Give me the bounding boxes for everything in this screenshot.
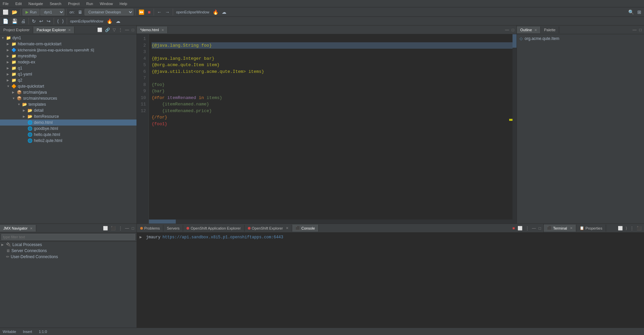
- fire-btn[interactable]: 🔥: [105, 18, 114, 25]
- menu-run[interactable]: Run: [85, 1, 94, 6]
- explorer-menu-btn[interactable]: ⋮: [117, 27, 123, 33]
- tree-item-q1[interactable]: ▶ 📁 q1: [0, 65, 137, 71]
- maximize-view-btn[interactable]: □: [131, 27, 135, 33]
- tree-item-q2[interactable]: ▶ 📁 q2: [0, 77, 137, 83]
- save-btn[interactable]: 💾: [10, 18, 19, 25]
- menu-project[interactable]: Project: [67, 1, 81, 6]
- tab-problems[interactable]: Problems: [137, 225, 163, 232]
- tab-console[interactable]: ⬛ Console: [292, 225, 319, 232]
- editor-hscrollbar[interactable]: [149, 220, 517, 224]
- tree-item-qute[interactable]: ▼ 🔶 qute-quickstart: [0, 83, 137, 89]
- tree-item-src-java[interactable]: ▶ 📦 src/main/java: [0, 89, 137, 95]
- tab-outline[interactable]: Outline ✕: [517, 27, 541, 33]
- stop-btn[interactable]: ■: [146, 9, 152, 15]
- link-editor-btn[interactable]: 🔗: [104, 27, 111, 33]
- menu-file[interactable]: File: [1, 1, 10, 6]
- tree-item-demo-html[interactable]: 🌐 demo.html: [0, 119, 137, 126]
- tab-demo-html[interactable]: *demo.html ✕: [137, 27, 168, 33]
- nav-fwd-btn[interactable]: ⟩: [61, 18, 65, 25]
- search-btn[interactable]: 🔍: [627, 9, 635, 15]
- eclipse-window-btn[interactable]: openEclipseWindow: [69, 18, 105, 24]
- filter-btn[interactable]: ▽: [112, 27, 117, 33]
- jmx-local-processes[interactable]: ▶ 🔌 Local Processes: [0, 242, 137, 248]
- tab-demo-html-close[interactable]: ✕: [161, 28, 164, 32]
- jmx-server-connections[interactable]: 🖥 Server Connections: [0, 248, 137, 254]
- tab-openshift-explorer[interactable]: OpenShift Explorer ✕: [245, 225, 292, 232]
- jmx-user-connections[interactable]: ✏ User-Defined Connections: [0, 254, 137, 260]
- jmx-maximize[interactable]: □: [131, 226, 135, 231]
- menu-navigate[interactable]: Navigate: [27, 1, 44, 6]
- tab-terminal[interactable]: ⬛ Terminal ✕: [544, 225, 576, 232]
- editor-scrollbar[interactable]: [513, 34, 517, 224]
- refresh-btn[interactable]: ↻: [31, 18, 37, 25]
- tree-item-hello-qute[interactable]: 🌐 hello.qute.html: [0, 132, 137, 138]
- tab-properties[interactable]: 📋 Properties: [576, 225, 606, 232]
- tab-jmx-navigator[interactable]: JMX Navigator ✕: [0, 225, 36, 232]
- debug-btn[interactable]: ⏩: [137, 9, 146, 15]
- minimize-btn[interactable]: —: [124, 27, 130, 33]
- jmx-action1[interactable]: ⬜: [102, 226, 109, 231]
- console-action-btn[interactable]: ⬜: [517, 226, 524, 231]
- tree-item-kitchensink[interactable]: ▶ 🔷 kitchensink [jboss-eap-quickstarts o…: [0, 47, 137, 53]
- terminal-action1[interactable]: ⬜: [617, 226, 624, 231]
- workspace-btn[interactable]: 🔥: [211, 9, 220, 15]
- outline-minimize[interactable]: —: [632, 27, 638, 33]
- openshift-tab-close[interactable]: ✕: [286, 226, 288, 230]
- jmx-action2[interactable]: ⬛: [110, 226, 117, 231]
- tree-item-detail[interactable]: ▶ 📂 detail: [0, 107, 137, 113]
- outline-item-class[interactable]: ◇ org.acme.qute.Item: [518, 36, 643, 42]
- tree-item-templates[interactable]: ▼ 📂 templates: [0, 101, 137, 107]
- tab-package-explorer[interactable]: Package Explorer ✕: [33, 27, 74, 33]
- tree-item-itemresource[interactable]: ▶ 📂 ItemResource: [0, 113, 137, 119]
- print-btn[interactable]: 🖨: [19, 18, 27, 25]
- undo-btn[interactable]: ↩: [38, 18, 45, 25]
- menu-window[interactable]: Window: [98, 1, 114, 6]
- menu-help[interactable]: Help: [118, 1, 129, 6]
- tree-item-hello2-qute[interactable]: 🌐 hello2.qute.html: [0, 138, 137, 144]
- console-menu-btn[interactable]: ⋮: [524, 226, 530, 231]
- new-file-btn[interactable]: 📄: [1, 18, 10, 25]
- tab-openshift-app-explorer[interactable]: OpenShift Application Explorer: [183, 225, 244, 232]
- terminal-content[interactable]: [544, 233, 644, 328]
- open-btn[interactable]: 📂: [10, 9, 19, 15]
- terminal-action4[interactable]: ⬛: [636, 226, 643, 231]
- maximize-btn[interactable]: ⊞: [636, 9, 643, 15]
- terminal-action3[interactable]: ⋮: [629, 226, 635, 231]
- tree-item-goodbye-html[interactable]: 🌐 goodbye.html: [0, 126, 137, 132]
- tree-item-q1yaml[interactable]: ▶ 📁 q1-yaml: [0, 71, 137, 77]
- terminal-tab-close[interactable]: ✕: [570, 226, 573, 230]
- tab-servers[interactable]: Servers: [163, 225, 183, 232]
- terminal-action2[interactable]: ⟩: [625, 226, 628, 231]
- cloud-btn[interactable]: ☁: [220, 9, 228, 15]
- run-config-dropdown[interactable]: dyn1: [40, 9, 64, 15]
- tree-item-nodejs[interactable]: ▶ 📁 nodejs-ex: [0, 59, 137, 65]
- cloud2-btn[interactable]: ☁: [114, 18, 122, 25]
- jmx-action3[interactable]: ⋮: [117, 226, 123, 231]
- new-btn[interactable]: ⬜: [1, 9, 10, 15]
- tab-project-explorer[interactable]: Project Explorer: [0, 27, 33, 33]
- outline-maximize[interactable]: □: [638, 27, 643, 33]
- jmx-filter-input[interactable]: [1, 234, 135, 240]
- tree-item-hibernate[interactable]: ▶ 📁 hibernate-orm-quickstart: [0, 41, 137, 47]
- redo-btn[interactable]: ↪: [45, 18, 52, 25]
- tab-package-explorer-close[interactable]: ✕: [68, 28, 71, 32]
- console-stop-btn[interactable]: ■: [512, 226, 516, 231]
- back-btn[interactable]: ←: [156, 9, 163, 15]
- tab-palette[interactable]: Palette: [541, 27, 559, 33]
- collapse-all-btn[interactable]: ⬜: [96, 27, 103, 33]
- outline-tab-close[interactable]: ✕: [534, 28, 537, 32]
- tree-item-myresthttp[interactable]: ▶ 📁 myresthttp: [0, 53, 137, 59]
- editor-minimize-btn[interactable]: —: [504, 27, 510, 33]
- console-minimize-btn[interactable]: —: [531, 226, 537, 231]
- jmx-tab-close[interactable]: ✕: [30, 227, 33, 230]
- tree-item-dyn1[interactable]: ▼ 📁 dyn1: [0, 35, 137, 41]
- container-dropdown[interactable]: Container Developn: [85, 9, 133, 15]
- forward-btn[interactable]: →: [164, 9, 171, 15]
- console-maximize-btn[interactable]: □: [538, 226, 542, 231]
- editor-maximize-btn[interactable]: □: [511, 27, 515, 33]
- menu-edit[interactable]: Edit: [14, 1, 23, 6]
- run-button[interactable]: ▶ Run: [22, 9, 40, 15]
- console-item-jmaury[interactable]: ▶ jmaury https://api.sandbox.x8i5.p1.ope…: [140, 234, 541, 240]
- editor-area[interactable]: {@java.lang.String foo} {@java.lang.Inte…: [149, 34, 517, 224]
- jmx-minimize[interactable]: —: [124, 226, 130, 231]
